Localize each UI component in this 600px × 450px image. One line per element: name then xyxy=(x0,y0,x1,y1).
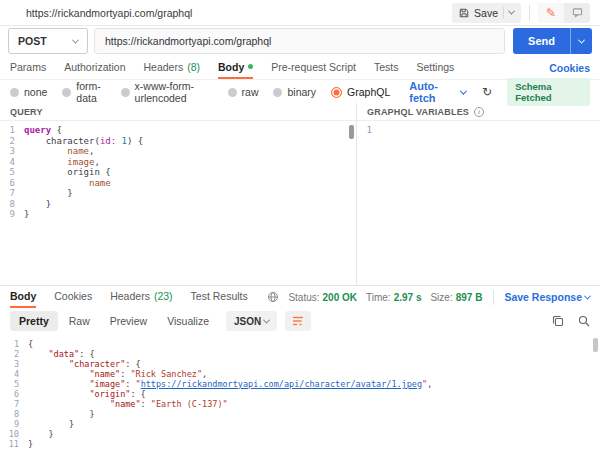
line-number: 10 xyxy=(0,429,28,439)
body-mode-form-data[interactable]: form-data xyxy=(62,80,105,104)
code-text: } xyxy=(24,199,51,210)
wrap-lines-button[interactable] xyxy=(285,311,311,331)
code-text: } xyxy=(24,188,73,199)
radio-icon xyxy=(121,88,130,97)
line-number: 5 xyxy=(0,379,28,389)
tab-params[interactable]: Params xyxy=(10,56,46,79)
code-line: 11} xyxy=(0,439,600,449)
body-mode-graphql[interactable]: GraphQL xyxy=(331,86,390,98)
response-body-viewer[interactable]: 1{2 "data": {3 "character": {4 "name": "… xyxy=(0,334,600,450)
tab-count-badge: (23) xyxy=(154,290,173,302)
auto-fetch-select[interactable]: Auto-fetch xyxy=(409,80,465,104)
network-icon[interactable] xyxy=(267,291,279,303)
code-line: 9 } xyxy=(0,419,600,429)
code-line: 7 "name": "Earth (C-137)" xyxy=(0,399,600,409)
line-number: 1 xyxy=(357,125,381,136)
tab-label: Tests xyxy=(374,61,399,73)
line-number: 9 xyxy=(0,419,28,429)
save-response-button[interactable]: Save Response xyxy=(493,290,590,305)
code-text: "origin": { xyxy=(28,389,146,399)
code-text: { xyxy=(28,339,33,349)
method-select-value: POST xyxy=(18,35,47,47)
view-tab-pretty[interactable]: Pretty xyxy=(10,311,58,331)
response-link[interactable]: https://rickandmortyapi.com/api/characte… xyxy=(141,379,422,389)
time-badge[interactable]: Time: 2.97 s xyxy=(366,292,421,303)
search-response-button[interactable] xyxy=(578,315,590,327)
status-badge[interactable]: Status: 200 OK xyxy=(288,292,357,303)
comments-button[interactable] xyxy=(564,3,590,23)
cookies-link[interactable]: Cookies xyxy=(549,62,590,74)
line-number: 9 xyxy=(0,209,24,220)
response-tabs: BodyCookiesHeaders(23)Test Results xyxy=(10,286,266,308)
tab-label: Cookies xyxy=(54,290,92,302)
request-tab-title[interactable]: https://rickandmortyapi.com/graphql xyxy=(26,7,192,19)
line-number: 6 xyxy=(0,178,24,189)
code-line: 7 } xyxy=(0,188,356,199)
view-tab-preview[interactable]: Preview xyxy=(101,311,156,331)
body-mode-label: form-data xyxy=(76,80,105,104)
tab-headers[interactable]: Headers(8) xyxy=(143,56,200,79)
tab-label: Authorization xyxy=(64,61,125,73)
pencil-icon: ✎ xyxy=(546,6,556,20)
edit-request-button[interactable]: ✎ xyxy=(538,3,564,23)
line-number: 1 xyxy=(0,125,24,136)
code-line: 6 "origin": { xyxy=(0,389,600,399)
tab-settings[interactable]: Settings xyxy=(416,56,454,79)
code-line: 4 "name": "Rick Sanchez", xyxy=(0,369,600,379)
body-mode-raw[interactable]: raw xyxy=(228,86,259,98)
view-tab-raw[interactable]: Raw xyxy=(60,311,99,331)
tab-tests[interactable]: Tests xyxy=(374,56,399,79)
code-text: origin { xyxy=(24,167,111,178)
response-tab-body[interactable]: Body xyxy=(10,286,36,308)
radio-icon xyxy=(273,88,282,97)
code-text: character(id: 1) { xyxy=(24,136,143,147)
wrap-lines-icon xyxy=(292,316,304,326)
code-text: } xyxy=(28,439,33,449)
body-mode-x-www-form-urlencoded[interactable]: x-www-form-urlencoded xyxy=(121,80,213,104)
save-button[interactable]: Save xyxy=(452,3,521,23)
graphql-editors: QUERY 1query {2 character(id: 1) {3 name… xyxy=(0,103,600,286)
code-text: } xyxy=(24,209,29,220)
request-tabs-row: ParamsAuthorizationHeaders(8)BodyPre-req… xyxy=(0,56,600,80)
method-select[interactable]: POST xyxy=(8,28,88,54)
body-mode-none[interactable]: none xyxy=(10,86,47,98)
copy-response-button[interactable] xyxy=(552,315,564,327)
line-number: 11 xyxy=(0,439,28,449)
size-badge[interactable]: Size: 897 B xyxy=(430,292,482,303)
tab-label: Settings xyxy=(416,61,454,73)
response-scrollbar[interactable] xyxy=(593,338,598,352)
body-mode-binary[interactable]: binary xyxy=(273,86,316,98)
url-input-value: https://rickandmortyapi.com/graphql xyxy=(105,35,271,47)
tab-authorization[interactable]: Authorization xyxy=(64,56,125,79)
code-line: 1 xyxy=(357,125,600,136)
request-url-row: POST https://rickandmortyapi.com/graphql… xyxy=(0,26,600,56)
response-tab-cookies[interactable]: Cookies xyxy=(54,286,92,308)
tab-body[interactable]: Body xyxy=(218,56,253,79)
code-text: "image": "https://rickandmortyapi.com/ap… xyxy=(28,379,432,389)
send-options-chevron-icon[interactable] xyxy=(570,28,592,54)
code-line: 9} xyxy=(0,209,356,220)
code-line: 4 image, xyxy=(0,157,356,168)
tab-pre-request-script[interactable]: Pre-request Script xyxy=(271,56,356,79)
variables-editor[interactable]: 1 xyxy=(357,121,600,285)
line-number: 8 xyxy=(0,199,24,210)
query-editor[interactable]: 1query {2 character(id: 1) {3 name,4 ima… xyxy=(0,121,356,285)
chevron-down-icon xyxy=(459,87,466,94)
code-line: 3 "character": { xyxy=(0,359,600,369)
line-number: 3 xyxy=(0,359,28,369)
response-tab-headers[interactable]: Headers(23) xyxy=(110,286,172,308)
send-button[interactable]: Send xyxy=(513,28,592,54)
code-line: 3 name, xyxy=(0,146,356,157)
view-tab-visualize[interactable]: Visualize xyxy=(158,311,218,331)
query-scrollbar[interactable] xyxy=(349,125,354,139)
save-options-chevron-icon[interactable] xyxy=(508,8,515,15)
line-number: 8 xyxy=(0,409,28,419)
auto-fetch-label: Auto-fetch xyxy=(409,80,457,104)
code-line: 2 "data": { xyxy=(0,349,600,359)
response-tab-test-results[interactable]: Test Results xyxy=(191,286,248,308)
refresh-schema-icon[interactable]: ↻ xyxy=(482,85,492,99)
line-number: 4 xyxy=(0,369,28,379)
radio-icon xyxy=(62,88,71,97)
format-select[interactable]: JSON xyxy=(226,311,277,331)
url-input[interactable]: https://rickandmortyapi.com/graphql xyxy=(94,28,505,54)
